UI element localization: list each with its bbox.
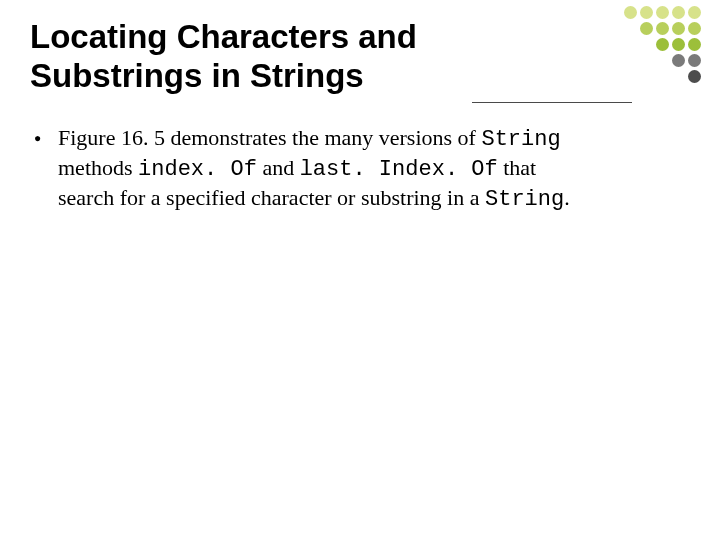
title-line-1: Locating Characters and (30, 18, 417, 55)
dot-icon (688, 22, 701, 35)
bullet-text: Figure 16. 5 demonstrates the many versi… (58, 124, 594, 214)
dot-icon (640, 6, 653, 19)
dot-icon (624, 6, 637, 19)
dot-icon (656, 38, 669, 51)
bullet-marker: ● (34, 124, 44, 214)
dot-icon (688, 6, 701, 19)
dot-icon (672, 22, 685, 35)
slide: Locating Characters and Substrings in St… (0, 0, 720, 540)
code-span: String (485, 187, 564, 212)
dot-icon (656, 22, 669, 35)
dot-icon (688, 38, 701, 51)
code-span: String (481, 127, 560, 152)
title-line-2: Substrings in Strings (30, 57, 364, 94)
dot-icon (656, 6, 669, 19)
text-seg: . (564, 185, 570, 210)
dot-icon (688, 54, 701, 67)
dot-icon (672, 6, 685, 19)
dot-icon (688, 70, 701, 83)
decorative-dot-grid (624, 6, 702, 84)
text-seg: and (257, 155, 300, 180)
bullet-item: ● Figure 16. 5 demonstrates the many ver… (34, 124, 594, 214)
text-seg: methods (58, 155, 138, 180)
slide-title: Locating Characters and Substrings in St… (30, 18, 450, 96)
code-span: index. Of (138, 157, 257, 182)
horizontal-rule (472, 102, 632, 103)
code-span: last. Index. Of (300, 157, 498, 182)
dot-icon (640, 22, 653, 35)
dot-icon (672, 38, 685, 51)
dot-icon (672, 54, 685, 67)
text-seg: Figure 16. 5 demonstrates the many versi… (58, 125, 481, 150)
